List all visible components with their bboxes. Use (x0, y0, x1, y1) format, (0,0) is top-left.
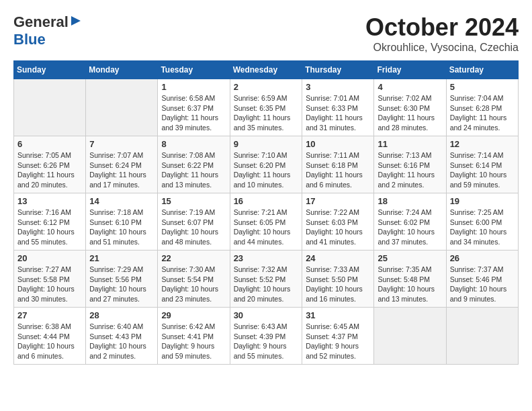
day-info: Sunrise: 7:30 AM Sunset: 5:54 PM Dayligh… (161, 265, 226, 304)
day-number: 28 (89, 310, 154, 320)
day-info: Sunrise: 6:42 AM Sunset: 4:41 PM Dayligh… (161, 322, 226, 361)
calendar-cell: 11Sunrise: 7:13 AM Sunset: 6:16 PM Dayli… (374, 136, 446, 193)
calendar-cell: 6Sunrise: 7:05 AM Sunset: 6:26 PM Daylig… (14, 136, 86, 193)
day-number: 22 (161, 253, 226, 263)
day-info: Sunrise: 7:33 AM Sunset: 5:50 PM Dayligh… (306, 265, 370, 304)
day-info: Sunrise: 6:45 AM Sunset: 4:37 PM Dayligh… (306, 322, 370, 361)
day-number: 15 (161, 196, 226, 206)
calendar-cell: 3Sunrise: 7:01 AM Sunset: 6:33 PM Daylig… (302, 79, 374, 136)
calendar-cell (446, 308, 518, 365)
day-of-week-saturday: Saturday (446, 61, 518, 79)
calendar-cell: 30Sunrise: 6:43 AM Sunset: 4:39 PM Dayli… (230, 308, 302, 365)
calendar-cell: 14Sunrise: 7:18 AM Sunset: 6:10 PM Dayli… (86, 193, 158, 250)
calendar-cell: 16Sunrise: 7:21 AM Sunset: 6:05 PM Dayli… (230, 193, 302, 250)
day-info: Sunrise: 7:08 AM Sunset: 6:22 PM Dayligh… (161, 150, 226, 190)
calendar-subtitle: Okrouhlice, Vysocina, Czechia (365, 42, 519, 54)
day-number: 4 (378, 82, 442, 92)
calendar-cell: 26Sunrise: 7:37 AM Sunset: 5:46 PM Dayli… (446, 250, 518, 308)
calendar-cell: 10Sunrise: 7:11 AM Sunset: 6:18 PM Dayli… (302, 136, 374, 193)
day-info: Sunrise: 6:43 AM Sunset: 4:39 PM Dayligh… (234, 322, 299, 361)
day-number: 12 (450, 139, 515, 149)
day-info: Sunrise: 7:05 AM Sunset: 6:26 PM Dayligh… (17, 150, 82, 190)
calendar-cell: 12Sunrise: 7:14 AM Sunset: 6:14 PM Dayli… (446, 136, 518, 193)
day-info: Sunrise: 7:21 AM Sunset: 6:05 PM Dayligh… (234, 208, 299, 247)
calendar-week-1: 1Sunrise: 6:58 AM Sunset: 6:37 PM Daylig… (14, 79, 519, 136)
calendar-cell (374, 308, 446, 365)
day-info: Sunrise: 7:01 AM Sunset: 6:33 PM Dayligh… (306, 93, 370, 133)
day-info: Sunrise: 7:14 AM Sunset: 6:14 PM Dayligh… (450, 150, 515, 190)
day-number: 6 (17, 139, 82, 149)
calendar-week-2: 6Sunrise: 7:05 AM Sunset: 6:26 PM Daylig… (14, 136, 519, 193)
day-of-week-friday: Friday (374, 61, 446, 79)
day-number: 31 (306, 310, 370, 320)
day-info: Sunrise: 7:04 AM Sunset: 6:28 PM Dayligh… (450, 93, 515, 133)
calendar-cell: 28Sunrise: 6:40 AM Sunset: 4:43 PM Dayli… (86, 308, 158, 365)
day-info: Sunrise: 6:38 AM Sunset: 4:44 PM Dayligh… (17, 322, 82, 361)
calendar-cell: 4Sunrise: 7:02 AM Sunset: 6:30 PM Daylig… (374, 79, 446, 136)
logo-text-general: General (13, 13, 69, 31)
calendar-cell: 17Sunrise: 7:22 AM Sunset: 6:03 PM Dayli… (302, 193, 374, 250)
day-info: Sunrise: 7:29 AM Sunset: 5:56 PM Dayligh… (89, 265, 154, 304)
day-number: 29 (161, 310, 226, 320)
day-info: Sunrise: 7:35 AM Sunset: 5:48 PM Dayligh… (378, 265, 442, 304)
day-number: 25 (378, 253, 442, 263)
calendar-cell: 21Sunrise: 7:29 AM Sunset: 5:56 PM Dayli… (86, 250, 158, 308)
calendar-cell: 20Sunrise: 7:27 AM Sunset: 5:58 PM Dayli… (14, 250, 86, 308)
calendar-week-5: 27Sunrise: 6:38 AM Sunset: 4:44 PM Dayli… (14, 308, 519, 365)
day-info: Sunrise: 7:02 AM Sunset: 6:30 PM Dayligh… (378, 93, 442, 133)
page-header: General Blue October 2024 Okrouhlice, Vy… (13, 13, 519, 54)
day-of-week-tuesday: Tuesday (158, 61, 230, 79)
title-block: October 2024 Okrouhlice, Vysocina, Czech… (365, 13, 519, 54)
calendar-table: SundayMondayTuesdayWednesdayThursdayFrid… (13, 60, 519, 365)
calendar-cell: 19Sunrise: 7:25 AM Sunset: 6:00 PM Dayli… (446, 193, 518, 250)
logo-arrow-icon (70, 15, 82, 30)
day-number: 19 (450, 196, 515, 206)
day-number: 24 (306, 253, 370, 263)
day-number: 18 (378, 196, 442, 206)
day-number: 27 (17, 310, 82, 320)
calendar-title: October 2024 (365, 13, 519, 42)
day-number: 10 (306, 139, 370, 149)
calendar-cell: 9Sunrise: 7:10 AM Sunset: 6:20 PM Daylig… (230, 136, 302, 193)
calendar-cell: 18Sunrise: 7:24 AM Sunset: 6:02 PM Dayli… (374, 193, 446, 250)
calendar-cell: 2Sunrise: 6:59 AM Sunset: 6:35 PM Daylig… (230, 79, 302, 136)
calendar-cell: 25Sunrise: 7:35 AM Sunset: 5:48 PM Dayli… (374, 250, 446, 308)
day-info: Sunrise: 7:13 AM Sunset: 6:16 PM Dayligh… (378, 150, 442, 190)
calendar-cell: 29Sunrise: 6:42 AM Sunset: 4:41 PM Dayli… (158, 308, 230, 365)
day-info: Sunrise: 6:40 AM Sunset: 4:43 PM Dayligh… (89, 322, 154, 361)
calendar-week-3: 13Sunrise: 7:16 AM Sunset: 6:12 PM Dayli… (14, 193, 519, 250)
day-number: 14 (89, 196, 154, 206)
calendar-header-row: SundayMondayTuesdayWednesdayThursdayFrid… (14, 61, 519, 79)
day-number: 26 (450, 253, 515, 263)
calendar-cell: 23Sunrise: 7:32 AM Sunset: 5:52 PM Dayli… (230, 250, 302, 308)
calendar-cell: 13Sunrise: 7:16 AM Sunset: 6:12 PM Dayli… (14, 193, 86, 250)
calendar-week-4: 20Sunrise: 7:27 AM Sunset: 5:58 PM Dayli… (14, 250, 519, 308)
day-info: Sunrise: 7:16 AM Sunset: 6:12 PM Dayligh… (17, 208, 82, 247)
day-info: Sunrise: 7:24 AM Sunset: 6:02 PM Dayligh… (378, 208, 442, 247)
calendar-cell: 31Sunrise: 6:45 AM Sunset: 4:37 PM Dayli… (302, 308, 374, 365)
day-info: Sunrise: 7:32 AM Sunset: 5:52 PM Dayligh… (234, 265, 299, 304)
day-number: 16 (234, 196, 299, 206)
day-number: 30 (234, 310, 299, 320)
calendar-cell: 24Sunrise: 7:33 AM Sunset: 5:50 PM Dayli… (302, 250, 374, 308)
logo-text-blue: Blue (13, 31, 46, 48)
day-info: Sunrise: 7:22 AM Sunset: 6:03 PM Dayligh… (306, 208, 370, 247)
calendar-cell: 27Sunrise: 6:38 AM Sunset: 4:44 PM Dayli… (14, 308, 86, 365)
day-of-week-thursday: Thursday (302, 61, 374, 79)
day-number: 8 (161, 139, 226, 149)
day-of-week-sunday: Sunday (14, 61, 86, 79)
day-info: Sunrise: 7:10 AM Sunset: 6:20 PM Dayligh… (234, 150, 299, 190)
svg-marker-0 (71, 16, 81, 26)
calendar-cell: 5Sunrise: 7:04 AM Sunset: 6:28 PM Daylig… (446, 79, 518, 136)
day-info: Sunrise: 7:07 AM Sunset: 6:24 PM Dayligh… (89, 150, 154, 190)
day-number: 13 (17, 196, 82, 206)
day-number: 7 (89, 139, 154, 149)
day-number: 5 (450, 82, 515, 92)
day-number: 11 (378, 139, 442, 149)
day-of-week-monday: Monday (86, 61, 158, 79)
logo: General Blue (13, 13, 82, 48)
day-number: 23 (234, 253, 299, 263)
day-info: Sunrise: 6:59 AM Sunset: 6:35 PM Dayligh… (234, 93, 299, 133)
day-number: 20 (17, 253, 82, 263)
calendar-cell: 8Sunrise: 7:08 AM Sunset: 6:22 PM Daylig… (158, 136, 230, 193)
